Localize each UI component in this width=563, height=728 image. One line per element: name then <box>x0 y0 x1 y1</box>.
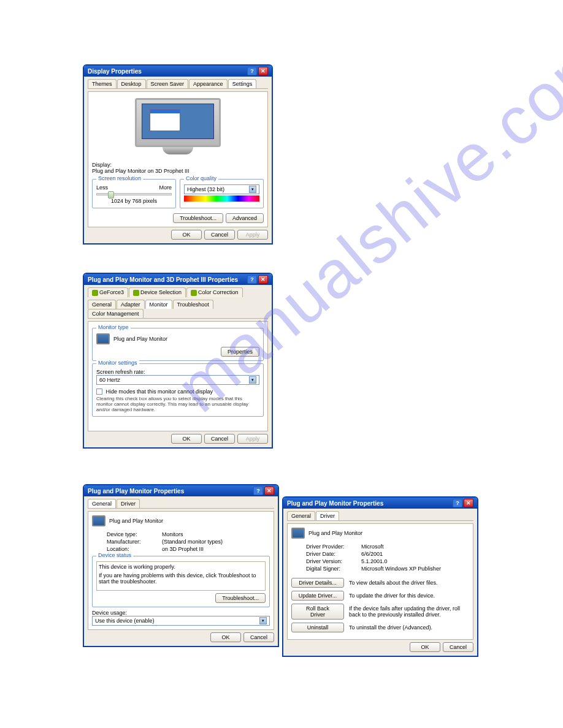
title-text: Display Properties <box>88 68 142 75</box>
device-status-text: This device is working properly. If you … <box>96 561 266 591</box>
refresh-rate-select[interactable]: 60 Hertz ▾ <box>96 375 259 385</box>
monitor-prophet-properties-dialog: Plug and Play Monitor and 3D Prophet III… <box>83 273 273 449</box>
tab-color-correction[interactable]: Color Correction <box>186 287 243 297</box>
hide-modes-label: Hide modes that this monitor cannot disp… <box>106 389 213 395</box>
update-driver-desc: To update the driver for this device. <box>349 593 469 599</box>
date-label: Driver Date: <box>306 551 361 557</box>
display-properties-dialog: Display Properties ? ✕ Themes Desktop Sc… <box>83 64 273 245</box>
tab-appearance[interactable]: Appearance <box>189 79 228 88</box>
hide-modes-description: Clearing this check box allows you to se… <box>96 396 259 412</box>
nvidia-icon <box>133 290 139 296</box>
tab-troubleshoot[interactable]: Troubleshoot <box>173 300 213 309</box>
tab-general[interactable]: General <box>88 300 116 309</box>
device-usage-label: Device usage: <box>92 610 270 616</box>
rollback-driver-desc: If the device fails after updating the d… <box>349 605 469 618</box>
tab-adapter[interactable]: Adapter <box>117 300 145 309</box>
ok-button[interactable]: OK <box>171 230 202 240</box>
cancel-button[interactable]: Cancel <box>204 230 235 240</box>
top-tab-strip: GeForce3 Device Selection Color Correcti… <box>88 287 268 297</box>
title-text: Plug and Play Monitor Properties <box>287 500 383 507</box>
tab-driver[interactable]: Driver <box>316 511 339 520</box>
monitor-icon <box>92 515 105 526</box>
apply-button[interactable]: Apply <box>237 434 268 444</box>
properties-button[interactable]: Properties <box>221 347 259 357</box>
ok-button[interactable]: OK <box>410 642 440 652</box>
refresh-rate-value: 60 Hertz <box>99 377 120 383</box>
close-icon[interactable]: ✕ <box>258 67 268 75</box>
device-type-value: Monitors <box>162 531 183 537</box>
close-icon[interactable]: ✕ <box>264 487 274 495</box>
manufacturer-value: (Standard monitor types) <box>162 539 223 545</box>
advanced-button[interactable]: Advanced <box>226 213 264 223</box>
cancel-button[interactable]: Cancel <box>204 434 235 444</box>
driver-details-button[interactable]: Driver Details... <box>291 578 344 588</box>
color-spectrum <box>184 195 259 202</box>
titlebar: Plug and Play Monitor and 3D Prophet III… <box>84 274 272 285</box>
uninstall-button[interactable]: Uninstall <box>291 623 344 632</box>
close-icon[interactable]: ✕ <box>464 499 473 507</box>
help-icon[interactable]: ? <box>247 67 257 75</box>
titlebar: Display Properties ? ✕ <box>84 66 272 77</box>
device-name: Plug and Play Monitor <box>308 530 362 536</box>
tab-geforce3[interactable]: GeForce3 <box>88 287 128 297</box>
resolution-slider[interactable] <box>96 193 172 195</box>
device-type-label: Device type: <box>107 531 162 537</box>
titlebar: Plug and Play Monitor Properties ? ✕ <box>283 498 477 509</box>
tab-settings[interactable]: Settings <box>228 79 257 88</box>
nvidia-icon <box>92 290 98 296</box>
device-name: Plug and Play Monitor <box>109 518 163 524</box>
tab-color-management[interactable]: Color Management <box>88 309 144 318</box>
less-label: Less <box>96 184 108 191</box>
help-icon[interactable]: ? <box>247 275 257 284</box>
cancel-button[interactable]: Cancel <box>443 642 473 652</box>
monitor-name: Plug and Play Monitor <box>113 336 167 342</box>
manufacturer-label: Manufacturer: <box>107 539 162 545</box>
tab-general[interactable]: General <box>88 499 116 508</box>
provider-value: Microsoft <box>361 544 384 550</box>
cancel-button[interactable]: Cancel <box>243 632 274 642</box>
tab-general[interactable]: General <box>287 511 315 520</box>
signer-value: Microsoft Windows XP Publisher <box>361 566 441 572</box>
help-icon[interactable]: ? <box>253 487 263 495</box>
driver-panel: Plug and Play Monitor Driver Provider:Mi… <box>287 523 473 640</box>
resolution-value: 1024 by 768 pixels <box>96 198 172 204</box>
title-text: Plug and Play Monitor Properties <box>88 488 184 495</box>
version-value: 5.1.2001.0 <box>361 558 388 564</box>
tab-strip: General Adapter Monitor Troubleshoot Col… <box>88 300 268 319</box>
signer-label: Digital Signer: <box>306 566 361 572</box>
date-value: 6/6/2001 <box>361 551 383 557</box>
color-quality-select[interactable]: Highest (32 bit) ▾ <box>184 184 259 194</box>
quality-group-title: Color quality <box>184 175 218 181</box>
tab-device-selection[interactable]: Device Selection <box>129 287 186 297</box>
uninstall-desc: To uninstall the driver (Advanced). <box>349 624 469 631</box>
troubleshoot-button[interactable]: Troubleshoot... <box>215 593 266 603</box>
nvidia-icon <box>191 290 197 296</box>
display-label: Display: <box>92 162 264 168</box>
tab-strip: General Driver <box>88 499 274 509</box>
tab-strip: General Driver <box>287 511 473 521</box>
apply-button[interactable]: Apply <box>237 230 268 240</box>
troubleshoot-button[interactable]: Troubleshoot... <box>173 213 223 223</box>
ok-button[interactable]: OK <box>210 632 241 642</box>
monitor-properties-general-dialog: Plug and Play Monitor Properties ? ✕ Gen… <box>83 484 279 647</box>
chevron-down-icon: ▾ <box>249 376 256 384</box>
settings-panel: Display: Plug and Play Monitor on 3D Pro… <box>88 91 268 227</box>
resolution-group-title: Screen resolution <box>96 175 143 181</box>
hide-modes-checkbox[interactable] <box>96 389 102 395</box>
tab-screensaver[interactable]: Screen Saver <box>147 79 189 88</box>
help-icon[interactable]: ? <box>453 499 462 507</box>
color-quality-value: Highest (32 bit) <box>187 186 224 192</box>
rollback-driver-button[interactable]: Roll Back Driver <box>291 604 344 620</box>
ok-button[interactable]: OK <box>171 434 202 444</box>
close-icon[interactable]: ✕ <box>258 275 268 284</box>
more-label: More <box>159 184 172 191</box>
tab-desktop[interactable]: Desktop <box>117 79 146 88</box>
title-text: Plug and Play Monitor and 3D Prophet III… <box>88 276 238 283</box>
tab-themes[interactable]: Themes <box>88 79 117 88</box>
tab-driver[interactable]: Driver <box>117 499 140 508</box>
update-driver-button[interactable]: Update Driver... <box>291 591 344 601</box>
device-usage-select[interactable]: Use this device (enable) ▾ <box>92 616 270 626</box>
monitor-icon <box>291 528 305 539</box>
tab-monitor[interactable]: Monitor <box>145 300 172 309</box>
tab-strip: Themes Desktop Screen Saver Appearance S… <box>88 79 268 89</box>
